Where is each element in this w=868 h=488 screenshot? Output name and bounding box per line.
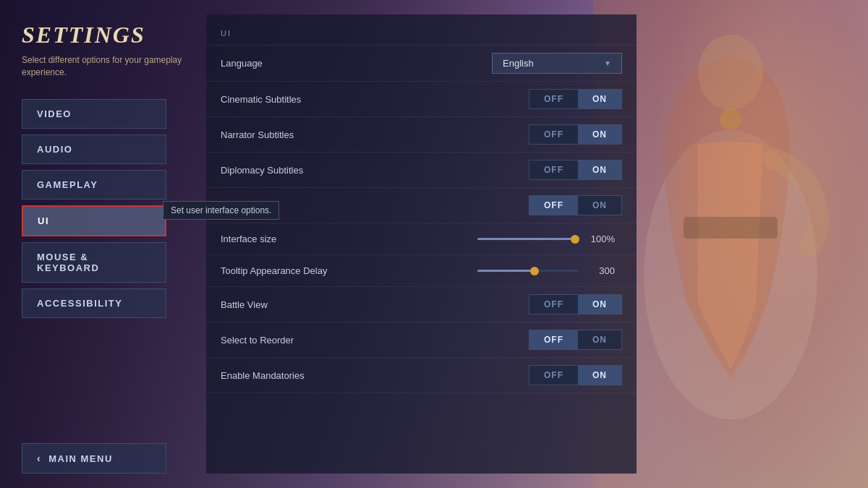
row-enable-mandatories: Enable Mandatories OFF ON [206,358,637,393]
row-battle-view: Battle View OFF ON [206,287,637,322]
other-subs-on[interactable]: ON [578,196,621,215]
settings-panel: UI Language English ▼ Cinematic Subtitle… [206,14,637,474]
sidebar-item-video[interactable]: VIDEO [22,99,166,129]
row-language: Language English ▼ [206,46,637,82]
chevron-left-icon: ‹ [37,453,41,464]
tooltip-delay-value: 300 [586,265,615,276]
battle-view-off[interactable]: OFF [529,295,578,314]
sidebar-item-ui[interactable]: UI [22,205,166,236]
row-tooltip-delay: Tooltip Appearance Delay 300 [206,255,637,287]
label-battle-view: Battle View [221,299,529,310]
toggle-battle-view: OFF ON [529,294,622,314]
enable-mandatories-on[interactable]: ON [578,366,621,385]
toggle-cinematic-subtitles: OFF ON [529,89,622,109]
interface-size-slider-thumb[interactable] [571,235,579,244]
sidebar-item-accessibility[interactable]: ACCESSIBILITY [22,288,166,318]
label-interface-size: Interface size [221,234,477,244]
row-cinematic-subtitles: Cinematic Subtitles OFF ON [206,82,637,117]
tooltip-delay-slider-track[interactable] [477,270,579,272]
diplomacy-subtitles-off[interactable]: OFF [529,160,578,179]
page-subtitle: Select different options for your gamepl… [22,54,188,79]
interface-size-slider-track[interactable] [477,238,579,240]
select-reorder-off[interactable]: OFF [529,330,578,349]
label-select-reorder: Select to Reorder [221,335,529,346]
control-language: English ▼ [492,53,622,74]
toggle-other-subs: OFF ON [529,195,622,215]
battle-view-on[interactable]: ON [578,295,621,314]
control-tooltip-delay: 300 [477,265,622,276]
narrator-subtitles-on[interactable]: ON [578,125,621,144]
interface-size-value: 100% [586,234,615,244]
tooltip-delay-slider-thumb[interactable] [530,267,539,275]
row-select-reorder: Select to Reorder OFF ON [206,322,637,358]
panel-section-title: UI [206,29,637,46]
control-interface-size: 100% [477,234,622,244]
interface-size-slider-fill [477,238,574,240]
cinematic-subtitles-on[interactable]: ON [578,90,621,108]
sidebar-item-gameplay[interactable]: GAMEPLAY [22,170,166,200]
label-diplomacy-subtitles: Diplomacy Subtitles [221,165,529,176]
ui-tooltip: Set user interface options. [163,201,279,220]
label-cinematic-subtitles: Cinematic Subtitles [221,94,529,105]
sidebar: Settings Select different options for yo… [22,22,188,324]
label-tooltip-delay: Tooltip Appearance Delay [221,265,477,276]
label-narrator-subtitles: Narrator Subtitles [221,129,529,140]
label-language: Language [221,58,492,69]
toggle-narrator-subtitles: OFF ON [529,124,622,145]
select-reorder-on[interactable]: ON [578,330,621,349]
main-menu-button[interactable]: ‹ MAIN MENU [22,443,166,474]
chevron-down-icon: ▼ [604,59,611,67]
main-content: Settings Select different options for yo… [0,0,868,488]
label-enable-mandatories: Enable Mandatories [221,370,529,381]
language-dropdown[interactable]: English ▼ [492,53,622,74]
toggle-diplomacy-subtitles: OFF ON [529,160,622,180]
row-narrator-subtitles: Narrator Subtitles OFF ON [206,117,637,153]
enable-mandatories-off[interactable]: OFF [529,366,578,385]
page-title: Settings [22,22,188,48]
tooltip-delay-slider-fill [477,270,533,272]
other-subs-off[interactable]: OFF [529,196,578,215]
sidebar-item-mouse-keyboard[interactable]: MOUSE & KEYBOARD [22,242,166,283]
diplomacy-subtitles-on[interactable]: ON [578,160,621,179]
row-interface-size: Interface size 100% [206,223,637,255]
row-diplomacy-subtitles: Diplomacy Subtitles OFF ON [206,153,637,188]
narrator-subtitles-off[interactable]: OFF [529,125,578,144]
sidebar-item-audio[interactable]: AUDIO [22,134,166,164]
cinematic-subtitles-off[interactable]: OFF [529,90,578,108]
toggle-enable-mandatories: OFF ON [529,365,622,385]
toggle-select-reorder: OFF ON [529,330,622,350]
